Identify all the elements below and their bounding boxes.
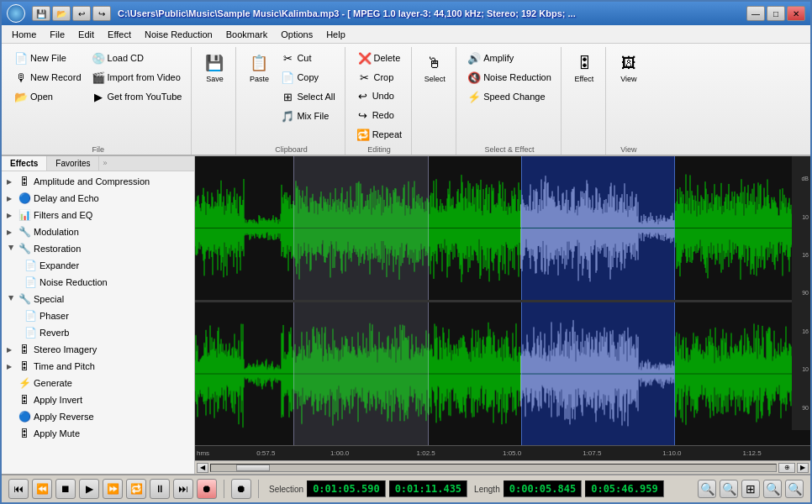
select-all-icon: ⊞ <box>281 90 294 103</box>
selection-end-field[interactable]: 0:01:11.435 <box>389 480 467 497</box>
time-100: 1:00.0 <box>330 449 349 457</box>
effect-btn[interactable]: 🎛 Effect <box>568 49 600 86</box>
db-16b: 16 <box>794 328 809 334</box>
repeat-btn[interactable]: 🔁 Repeat <box>352 125 406 144</box>
repeat-icon: 🔁 <box>356 128 370 141</box>
icon-amplitude: 🎛 <box>18 175 31 188</box>
tree-item-mute[interactable]: ▶ 🎛 Apply Mute <box>3 425 192 442</box>
tree-child-reverb[interactable]: 📄 Reverb <box>20 324 192 341</box>
import-video-btn[interactable]: 🎬 Import from Video <box>87 68 187 87</box>
save-btn[interactable]: 💾 Save <box>198 49 230 86</box>
grey-selection-bottom <box>293 302 429 446</box>
paste-btn[interactable]: 📋 Paste <box>243 49 275 86</box>
menu-effect[interactable]: Effect <box>101 28 138 41</box>
undo-btn[interactable]: ↩ Undo <box>352 87 406 105</box>
quick-save-btn[interactable]: 💾 <box>32 6 50 21</box>
maximize-btn[interactable]: □ <box>767 6 785 21</box>
tree-item-special[interactable]: ▶ 🔧 Special <box>3 291 192 307</box>
tree-item-restoration[interactable]: ▶ 🔧 Restoration <box>3 240 192 257</box>
zoom-fit-btn[interactable]: ⊞ <box>741 480 760 498</box>
close-btn[interactable]: ✕ <box>787 6 805 21</box>
redo-btn[interactable]: ↪ Redo <box>352 106 406 124</box>
get-youtube-btn[interactable]: ▶ Get from YouTube <box>87 87 187 106</box>
load-cd-btn[interactable]: 💿 Load CD <box>87 49 187 67</box>
waveform-container[interactable]: /* waveform drawn via polylines in the S… <box>195 156 810 474</box>
clipboard-group-title: Clipboard <box>275 144 308 155</box>
mix-file-btn[interactable]: 🎵 Mix File <box>277 107 339 125</box>
scroll-track-h[interactable] <box>210 464 777 472</box>
selection-start-field[interactable]: 0:01:05.590 <box>307 480 385 497</box>
transport-extra[interactable]: ⏺ <box>231 479 251 499</box>
sidebar-tab-effects[interactable]: Effects <box>2 156 47 171</box>
crop-btn[interactable]: ✂ Crop <box>354 68 405 87</box>
quick-undo-btn[interactable]: ↩ <box>72 6 91 21</box>
tree-item-delay[interactable]: ▶ 🔵 Delay and Echo <box>3 190 192 207</box>
menu-noise-reduction[interactable]: Noise Reduction <box>138 28 219 41</box>
length-field[interactable]: 0:00:05.845 <box>504 480 582 497</box>
waveform-tracks[interactable]: /* waveform drawn via polylines in the S… <box>195 156 810 445</box>
quick-redo-btn[interactable]: ↪ <box>92 6 111 21</box>
transport-fast-forward[interactable]: ⏩ <box>103 479 123 499</box>
zoom-in-btn[interactable]: 🔍 <box>698 480 716 498</box>
tree-item-invert[interactable]: ▶ 🎛 Apply Invert <box>3 391 192 408</box>
scroll-thumb-h[interactable] <box>236 465 270 471</box>
tree-item-generate[interactable]: ▶ ⚡ Generate <box>3 375 192 391</box>
view-btn[interactable]: 🖼 View <box>613 49 645 86</box>
transport-play[interactable]: ▶ <box>79 479 99 499</box>
menu-bookmark[interactable]: Bookmark <box>219 28 275 41</box>
label-modulation: Modulation <box>34 227 79 237</box>
select-all-btn[interactable]: ⊞ Select All <box>277 87 339 106</box>
tree-item-stereo[interactable]: ▶ 🎛 Stereo Imagery <box>3 341 192 358</box>
transport-pause[interactable]: ⏸ <box>150 479 170 499</box>
speed-change-btn[interactable]: ⚡ Speed Change <box>463 87 556 106</box>
sidebar-tabs: Effects Favorites » <box>2 156 194 171</box>
tree-item-reverse[interactable]: ▶ 🔵 Apply Reverse <box>3 408 192 425</box>
transport-rewind[interactable]: ⏪ <box>32 479 52 499</box>
menu-file[interactable]: File <box>43 28 71 41</box>
transport-loop[interactable]: 🔁 <box>126 479 146 499</box>
tree-item-filters[interactable]: ▶ 📊 Filters and EQ <box>3 207 192 223</box>
select-btn[interactable]: 🖱 Select <box>419 49 451 86</box>
amplify-btn[interactable]: 🔊 Amplify <box>463 49 556 67</box>
quick-open-btn[interactable]: 📂 <box>52 6 71 21</box>
transport-rewind-start[interactable]: ⏮ <box>8 479 29 499</box>
cut-icon: ✂ <box>281 51 294 65</box>
menu-home[interactable]: Home <box>5 28 43 41</box>
copy-btn[interactable]: 📄 Copy <box>277 68 339 87</box>
delete-btn[interactable]: ❌ Delete <box>354 49 405 67</box>
menu-edit[interactable]: Edit <box>71 28 101 41</box>
track-2[interactable] <box>195 302 810 446</box>
tree-item-amplitude[interactable]: ▶ 🎛 Amplitude and Compression <box>3 173 192 190</box>
time-1025: 1:02.5 <box>417 449 435 457</box>
sidebar-tab-expand[interactable]: » <box>99 156 110 171</box>
new-file-btn[interactable]: 📄 New File <box>10 49 86 67</box>
transport-stop[interactable]: ⏹ <box>55 479 76 499</box>
tree-child-noise-reduction[interactable]: 📄 Noise Reduction <box>20 274 192 291</box>
new-record-btn[interactable]: 🎙 New Record <box>10 68 86 87</box>
transport-record[interactable]: ⏺ <box>197 479 217 499</box>
transport-forward-end[interactable]: ⏭ <box>173 479 193 499</box>
zoom-selection-btn[interactable]: 🔍 <box>763 480 782 498</box>
tree-child-expander[interactable]: 📄 Expander <box>20 257 192 274</box>
total-length-field[interactable]: 0:05:46.959 <box>585 480 663 497</box>
menu-options[interactable]: Options <box>274 28 319 41</box>
scroll-center-btn[interactable]: ⊕ <box>778 463 795 473</box>
zoom-reset-btn[interactable]: 🔍 <box>785 480 804 498</box>
zoom-out-btn[interactable]: 🔍 <box>720 480 738 498</box>
selection-label: Selection <box>269 485 303 494</box>
scroll-left-btn[interactable]: ◀ <box>197 463 208 473</box>
tree-child-phaser[interactable]: 📄 Phaser <box>20 307 192 324</box>
menu-help[interactable]: Help <box>319 28 352 41</box>
minimize-btn[interactable]: — <box>746 6 765 21</box>
tree-item-timepitch[interactable]: ▶ 🎛 Time and Pitch <box>3 358 192 375</box>
cut-btn[interactable]: ✂ Cut <box>277 49 339 67</box>
label-invert: Apply Invert <box>34 395 82 405</box>
sidebar-tab-favorites[interactable]: Favorites <box>47 156 99 171</box>
scroll-right-btn[interactable]: ▶ <box>797 463 809 473</box>
open-btn[interactable]: 📂 Open <box>10 87 86 106</box>
time-hms: hms <box>197 449 209 457</box>
noise-reduction-btn[interactable]: 🔇 Noise Reduction <box>463 68 556 87</box>
tree-item-modulation[interactable]: ▶ 🔧 Modulation <box>3 223 192 240</box>
clipboard-col2: ✂ Cut 📄 Copy ⊞ Select All 🎵 Mix File <box>277 49 339 125</box>
track-1[interactable]: /* waveform drawn via polylines in the S… <box>195 156 810 300</box>
